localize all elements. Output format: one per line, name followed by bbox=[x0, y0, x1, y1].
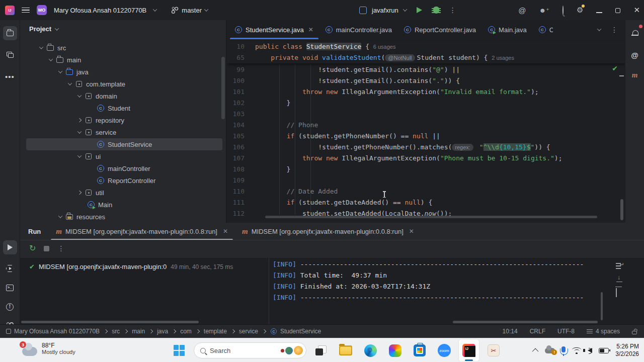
project-avatar[interactable]: MO bbox=[37, 5, 47, 15]
notifications-bell-icon[interactable] bbox=[628, 26, 642, 40]
file-encoding[interactable]: UTF-8 bbox=[557, 328, 575, 335]
task-view-button[interactable] bbox=[311, 339, 331, 361]
console-output[interactable]: [INFO] ---------------------------------… bbox=[273, 259, 608, 320]
breadcrumb-item[interactable]: main bbox=[132, 328, 145, 335]
copilot-button[interactable] bbox=[385, 339, 405, 361]
rerun-icon[interactable]: ↻ bbox=[29, 244, 36, 252]
snipping-tool-button[interactable]: ✂ bbox=[484, 339, 504, 361]
project-tree-item[interactable]: resources bbox=[20, 211, 226, 223]
file-explorer-button[interactable] bbox=[336, 339, 356, 361]
more-run-actions-icon[interactable]: ⋮ bbox=[449, 8, 456, 13]
tree-chevron-icon[interactable] bbox=[77, 191, 82, 194]
debug-button[interactable] bbox=[433, 7, 439, 14]
terminal-tool-icon[interactable] bbox=[3, 281, 17, 295]
main-menu-icon[interactable] bbox=[22, 6, 30, 15]
breadcrumb-item[interactable]: Mary Ofosua Ansah 01220770B bbox=[6, 328, 100, 335]
tab-close-icon[interactable]: ✕ bbox=[308, 26, 313, 33]
store-button[interactable] bbox=[410, 339, 430, 361]
stop-icon[interactable] bbox=[44, 246, 49, 251]
run-tree-hscrollbar[interactable] bbox=[21, 321, 199, 323]
tree-chevron-icon[interactable] bbox=[77, 95, 82, 98]
zoom-button[interactable]: zoom bbox=[434, 339, 454, 361]
minimize-button[interactable] bbox=[596, 6, 602, 15]
add-user-icon[interactable]: ☻⁺ bbox=[539, 7, 549, 14]
project-tree-item[interactable]: main bbox=[20, 54, 226, 66]
tree-chevron-icon[interactable] bbox=[58, 70, 62, 73]
console-hscrollbar[interactable] bbox=[453, 321, 598, 323]
project-panel-title[interactable]: Project bbox=[29, 25, 51, 33]
hidden-tabs-chevron-icon[interactable] bbox=[597, 27, 601, 31]
code-area[interactable]: 10public class StudentService { 6 usages… bbox=[227, 39, 625, 223]
project-chevron-icon[interactable] bbox=[153, 7, 157, 11]
tree-chevron-icon[interactable] bbox=[58, 215, 62, 218]
editor-tab[interactable]: CmainController.java bbox=[319, 20, 398, 39]
line-ending[interactable]: CRLF bbox=[530, 328, 545, 335]
breadcrumb-item[interactable]: com bbox=[180, 328, 192, 335]
search-everywhere-icon[interactable] bbox=[562, 6, 564, 15]
indent-setting[interactable]: 4 spaces bbox=[587, 328, 620, 335]
scroll-to-end-icon[interactable] bbox=[616, 275, 624, 282]
editor-pane[interactable]: CStudentService.java✕CmainController.jav… bbox=[227, 20, 625, 223]
volume-icon[interactable] bbox=[588, 348, 592, 353]
run-button[interactable] bbox=[417, 7, 422, 13]
caret-position[interactable]: 10:14 bbox=[503, 328, 518, 335]
run-tab-close-icon[interactable]: ✕ bbox=[409, 228, 414, 235]
project-scrollbar[interactable] bbox=[221, 57, 225, 119]
file-lock-icon[interactable] bbox=[632, 329, 637, 334]
project-tree-item[interactable]: CStudentService bbox=[26, 138, 222, 150]
tree-chevron-icon[interactable] bbox=[68, 82, 72, 85]
project-tool-icon[interactable] bbox=[3, 26, 17, 40]
tree-chevron-icon[interactable] bbox=[39, 46, 43, 49]
editor-vscrollbar[interactable] bbox=[620, 199, 623, 220]
run-config-chevron-icon[interactable] bbox=[403, 7, 407, 11]
more-tools-icon[interactable]: ••• bbox=[3, 69, 17, 83]
breadcrumb-item[interactable]: template bbox=[204, 328, 227, 335]
inspections-ok-icon[interactable]: ✔ bbox=[612, 64, 618, 72]
project-tree-item[interactable]: src bbox=[20, 42, 226, 54]
breadcrumb-item[interactable]: service bbox=[239, 328, 258, 335]
project-panel-chevron-icon[interactable] bbox=[55, 26, 59, 30]
project-tree-item[interactable]: service bbox=[20, 126, 226, 138]
run-tree-node[interactable]: ✔ MIDSEM [org.openjfx:javafx-maven-plugi… bbox=[20, 258, 268, 270]
project-tree-item[interactable]: CmainController bbox=[20, 162, 226, 174]
maven-tool-icon[interactable]: m bbox=[628, 68, 642, 82]
git-branch-widget[interactable]: master bbox=[172, 7, 208, 14]
run-tab[interactable]: mMIDSEM [org.openjfx:javafx-maven-plugin… bbox=[49, 223, 235, 240]
tree-chevron-icon[interactable] bbox=[77, 119, 82, 122]
project-tree-item[interactable]: ui bbox=[20, 150, 226, 162]
project-tree-item[interactable]: com.template bbox=[20, 78, 226, 90]
close-button[interactable]: ✕ bbox=[633, 6, 640, 15]
structure-tool-icon[interactable] bbox=[3, 48, 17, 62]
settings-gear-icon[interactable]: ⚙ bbox=[577, 6, 583, 15]
edge-button[interactable] bbox=[360, 339, 380, 361]
services-tool-icon[interactable] bbox=[3, 261, 17, 276]
project-tree-item[interactable]: java bbox=[20, 66, 226, 78]
taskbar-search[interactable]: Search bbox=[194, 342, 306, 358]
editor-tab[interactable]: CStudentService.java✕ bbox=[229, 20, 319, 39]
project-tree-item[interactable]: CReportController bbox=[20, 174, 226, 187]
soft-wrap-icon[interactable] bbox=[616, 262, 624, 269]
console-vscrollbar[interactable] bbox=[601, 292, 603, 320]
wifi-icon[interactable] bbox=[572, 347, 581, 354]
onedrive-icon[interactable] bbox=[545, 348, 555, 353]
editor-tab[interactable]: CMain.java bbox=[482, 20, 533, 39]
project-tree-item[interactable]: util bbox=[20, 187, 226, 199]
project-name[interactable]: Mary Ofosua Ansah 01220770B bbox=[54, 7, 146, 14]
tree-chevron-icon[interactable] bbox=[77, 155, 82, 158]
run-more-icon[interactable]: ⋮ bbox=[57, 246, 64, 251]
project-tree-item[interactable]: CMain bbox=[20, 199, 226, 211]
tray-overflow-chevron-icon[interactable] bbox=[532, 348, 539, 354]
editor-tab[interactable]: CReportController.java bbox=[398, 20, 482, 39]
run-tab[interactable]: mMIDSEM [org.openjfx:javafx-maven-plugin… bbox=[235, 223, 421, 240]
breadcrumb-item[interactable]: src bbox=[112, 328, 120, 335]
start-button[interactable] bbox=[169, 339, 189, 361]
editor-hscrollbar[interactable] bbox=[265, 216, 597, 218]
project-tree-item[interactable]: CStudent bbox=[20, 102, 226, 114]
battery-icon[interactable] bbox=[599, 348, 609, 353]
problems-tool-icon[interactable]: ! bbox=[3, 300, 17, 314]
weather-widget[interactable]: 3 88°F Mostly cloudy bbox=[22, 341, 75, 356]
tab-options-icon[interactable]: ⋮ bbox=[611, 27, 618, 32]
editor-tab[interactable]: CC bbox=[533, 20, 553, 39]
breadcrumb-item[interactable]: CStudentService bbox=[270, 328, 321, 335]
tree-chevron-icon[interactable] bbox=[49, 58, 53, 61]
